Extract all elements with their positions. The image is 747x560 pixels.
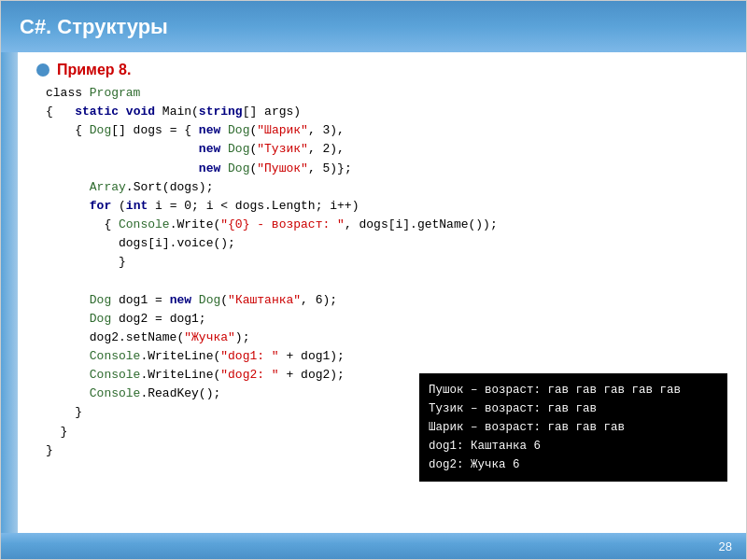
top-bar: C#. Структуры xyxy=(1,1,746,52)
code-line-1: class Program xyxy=(46,84,727,103)
slide-content: Пример 8. class Program { static void Ma… xyxy=(18,52,746,533)
code-line-4: new Dog("Тузик", 2), xyxy=(46,140,727,159)
terminal-line-4: dog1: Каштанка 6 xyxy=(429,437,718,455)
code-line-8: { Console.Write("{0} - возраст: ", dogs[… xyxy=(46,216,727,234)
terminal-line-3: Шарик – возраст: гав гав гав xyxy=(429,418,718,437)
terminal-output: Пушок – возраст: гав гав гав гав гав Туз… xyxy=(419,373,727,482)
code-line-7: for (int i = 0; i < dogs.Length; i++) xyxy=(46,197,727,216)
example-label-text: Пример 8. xyxy=(57,62,131,78)
terminal-line-2: Тузик – возраст: гав гав xyxy=(429,399,718,418)
example-label-row: Пример 8. xyxy=(36,62,727,78)
left-accent-bar xyxy=(1,52,18,533)
code-line-13: dog2.setName("Жучка"); xyxy=(46,329,727,347)
code-line-14: Console.WriteLine("dog1: " + dog1); xyxy=(46,347,727,366)
code-line-10: } xyxy=(46,253,727,272)
page-number: 28 xyxy=(719,539,732,553)
bottom-bar: 28 xyxy=(1,533,746,559)
code-line-9: dogs[i].voice(); xyxy=(46,234,727,253)
code-line-12: Dog dog2 = dog1; xyxy=(46,310,727,329)
slide: C#. Структуры Пример 8. class Program { … xyxy=(0,0,747,560)
code-line-2: { static void Main(string[] args) xyxy=(46,103,727,121)
code-line-11: Dog dog1 = new Dog("Каштанка", 6); xyxy=(46,291,727,310)
code-line-5: new Dog("Пушок", 5)}; xyxy=(46,160,727,178)
terminal-line-5: dog2: Жучка 6 xyxy=(429,455,718,474)
terminal-line-1: Пушок – возраст: гав гав гав гав гав xyxy=(429,381,718,399)
code-line-blank xyxy=(46,272,727,290)
code-line-3: { Dog[] dogs = { new Dog("Шарик", 3), xyxy=(46,121,727,140)
bullet-icon xyxy=(36,63,49,77)
code-line-6: Array.Sort(dogs); xyxy=(46,178,727,197)
slide-title: C#. Структуры xyxy=(20,15,168,39)
